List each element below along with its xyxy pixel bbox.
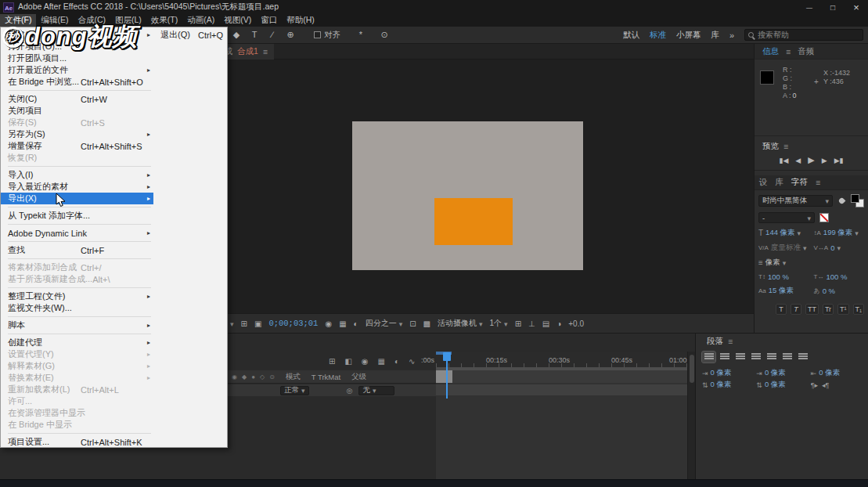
fill-color-swatch[interactable] [851, 194, 859, 203]
eye-icon[interactable]: ◉ [232, 373, 237, 381]
tsume-field[interactable]: 0 % [814, 287, 865, 295]
timeline-track-area[interactable] [436, 370, 687, 479]
layer-bar-start[interactable] [436, 370, 452, 383]
frame-blend-icon[interactable]: ▦ [378, 357, 385, 366]
menu-item-exit[interactable]: 退出(Q)Ctrl+Q [153, 29, 227, 41]
menu-item-new[interactable]: 新建(N) [1, 29, 153, 41]
playhead-line[interactable] [446, 360, 448, 399]
menu-item-adobe-dynamic-link[interactable]: Adobe Dynamic Link [1, 227, 153, 239]
scrollbar-thumb[interactable] [690, 355, 694, 383]
guides-options-icon[interactable]: ⊞ [241, 319, 247, 328]
type-tool-icon[interactable]: T [248, 30, 261, 40]
menu-item-open-recent[interactable]: 打开最近的文件 [1, 64, 153, 76]
snapping-checkbox[interactable] [314, 31, 321, 38]
font-style-dropdown[interactable]: - [758, 212, 815, 223]
vertical-scale-value[interactable]: 100 % [768, 272, 789, 281]
menu-layer[interactable]: 图层(L) [110, 14, 146, 27]
right-to-left-icon[interactable] [822, 381, 829, 389]
magnification-dropdown-icon[interactable] [230, 319, 234, 328]
vertical-scale-field[interactable]: 100 % [758, 272, 809, 281]
chevron-down-icon[interactable] [783, 258, 787, 267]
menu-item-scripts[interactable]: 脚本 [1, 319, 153, 331]
motion-blur-icon[interactable]: ◐ [394, 357, 399, 366]
faux-italic-button[interactable]: T [791, 304, 801, 315]
justify-last-center-button[interactable] [765, 352, 778, 363]
channel-icon[interactable]: ◐ [354, 319, 358, 328]
indent-left-value[interactable]: 0 像素 [711, 368, 732, 378]
menu-item-set-proxy[interactable]: 设置代理(Y) [1, 348, 153, 360]
chevron-down-icon[interactable] [803, 243, 807, 252]
indent-right-field[interactable]: 0 像素 [811, 368, 862, 378]
menu-item-save-as[interactable]: 另存为(S) [1, 128, 153, 140]
graph-editor-icon[interactable]: ∿ [409, 357, 415, 366]
timeline-scrollbar[interactable] [687, 352, 695, 479]
menu-item-browse-in-bridge[interactable]: 在 Bridge 中浏览...Ctrl+Alt+Shift+O [1, 76, 153, 88]
workspace-overflow-button[interactable]: » [729, 31, 734, 40]
transparency-grid-icon[interactable]: ▩ [423, 319, 430, 328]
menu-item-save[interactable]: 保存(S)Ctrl+S [1, 117, 153, 128]
tracking-value[interactable]: 0 [830, 243, 834, 252]
menu-item-open-project[interactable]: 打开项目(O)... [1, 41, 153, 52]
justify-last-right-button[interactable] [780, 352, 794, 363]
chevron-down-icon[interactable] [855, 229, 859, 237]
panel-menu-icon[interactable] [786, 47, 791, 56]
draft-3d-icon[interactable]: ◧ [344, 357, 351, 366]
view-layout-dropdown[interactable]: 1个 [490, 318, 508, 329]
tab-library[interactable]: 库 [776, 177, 784, 188]
solo-icon[interactable]: ● [251, 373, 255, 381]
clone-stamp-tool-icon[interactable]: ⊕ [284, 30, 297, 40]
menu-item-create-proxy[interactable]: 创建代理 [1, 337, 153, 348]
menu-window[interactable]: 窗口 [256, 14, 282, 27]
parent-dropdown[interactable]: 无 [358, 386, 394, 395]
menu-item-close[interactable]: 关闭(C)Ctrl+W [1, 93, 153, 105]
audio-icon[interactable]: ◆ [242, 373, 247, 381]
workspace-small-screen[interactable]: 小屏幕 [676, 30, 701, 41]
exposure-value[interactable]: +0.0 [568, 319, 584, 328]
eyedropper-icon[interactable] [837, 197, 846, 206]
indent-first-field[interactable]: 0 像素 [756, 368, 807, 378]
chevron-down-icon[interactable] [837, 243, 841, 252]
left-to-right-icon[interactable] [811, 381, 818, 389]
menu-item-replace-footage[interactable]: 替换素材(E) [1, 372, 153, 384]
menu-help[interactable]: 帮助(H) [282, 14, 319, 27]
indent-left-field[interactable]: 0 像素 [702, 368, 753, 378]
shy-icon[interactable]: ◉ [362, 357, 369, 366]
menu-item-increment-save[interactable]: 增量保存Ctrl+Alt+Shift+S [1, 140, 153, 152]
space-after-field[interactable]: 0 像素 [756, 380, 807, 390]
stroke-options-dropdown[interactable]: 像素 [758, 258, 864, 268]
snapping-control[interactable]: 对齐 [314, 30, 340, 41]
play-button[interactable] [808, 155, 814, 165]
menu-item-reload-footage[interactable]: 重新加载素材(L)Ctrl+Alt+L [1, 384, 153, 395]
minimize-button[interactable] [798, 0, 821, 14]
current-time-field[interactable]: 0;00;03;01 [268, 319, 318, 328]
lock-icon[interactable]: ◇ [260, 373, 265, 381]
pixel-aspect-icon[interactable]: ⊞ [515, 319, 521, 328]
panel-menu-icon[interactable] [263, 47, 268, 56]
resolution-dropdown[interactable]: 四分之一 [366, 318, 403, 329]
baseline-shift-field[interactable]: 15 像素 [758, 286, 809, 296]
workspace-library[interactable]: 库 [711, 30, 719, 41]
fill-stroke-swatches[interactable] [851, 194, 864, 207]
maximize-button[interactable] [821, 0, 845, 14]
last-frame-button[interactable] [834, 157, 844, 164]
kerning-field[interactable]: 度量标准 [758, 243, 809, 253]
close-button[interactable] [845, 0, 868, 14]
workspace-standard[interactable]: 标准 [650, 30, 666, 41]
no-color-swatch[interactable] [819, 213, 829, 222]
menu-item-open-team-project[interactable]: 打开团队项目... [1, 52, 153, 64]
menu-item-find[interactable]: 查找Ctrl+F [1, 244, 153, 256]
font-size-value[interactable]: 144 像素 [765, 228, 795, 238]
menu-composition[interactable]: 合成(C) [73, 14, 110, 27]
align-center-button[interactable] [718, 352, 731, 363]
flowchart-icon[interactable]: ▤ [542, 319, 549, 328]
space-after-value[interactable]: 0 像素 [765, 380, 786, 390]
menu-item-licenses[interactable]: 许可... [1, 395, 153, 407]
camera-view-dropdown[interactable]: 活动摄像机 [438, 318, 483, 329]
layer-duration-bar[interactable] [436, 384, 687, 395]
all-caps-button[interactable]: TT [805, 304, 819, 315]
parent-column-header[interactable]: 父级 [351, 372, 366, 382]
menu-edit[interactable]: 编辑(E) [36, 14, 73, 27]
exposure-reset-icon[interactable]: ◑ [556, 319, 561, 328]
timeline-button-icon[interactable]: ⊥ [528, 319, 535, 328]
tsume-value[interactable]: 0 % [823, 287, 835, 295]
